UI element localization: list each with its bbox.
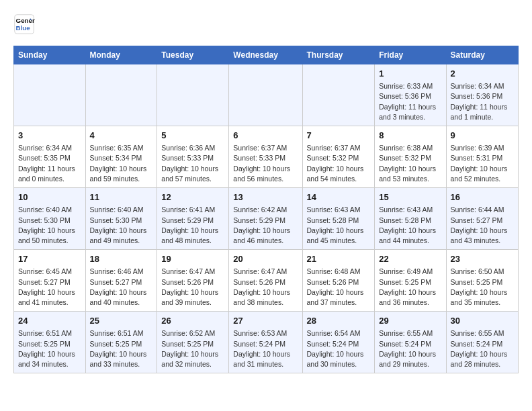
calendar-week-row: 24Sunrise: 6:51 AM Sunset: 5:25 PM Dayli… [14,312,519,373]
calendar-cell: 19Sunrise: 6:47 AM Sunset: 5:26 PM Dayli… [157,250,229,312]
calendar-cell: 1Sunrise: 6:33 AM Sunset: 5:36 PM Daylig… [375,64,446,126]
svg-text:Blue: Blue [16,24,31,32]
day-info: Sunrise: 6:34 AM Sunset: 5:36 PM Dayligh… [451,81,514,122]
calendar-cell: 16Sunrise: 6:44 AM Sunset: 5:27 PM Dayli… [446,188,518,250]
day-info: Sunrise: 6:33 AM Sunset: 5:36 PM Dayligh… [379,81,441,122]
calendar-cell: 28Sunrise: 6:54 AM Sunset: 5:24 PM Dayli… [302,312,375,373]
day-number: 7 [307,130,371,142]
day-info: Sunrise: 6:39 AM Sunset: 5:31 PM Dayligh… [451,143,514,184]
calendar-cell [229,64,302,126]
logo-icon: General Blue [13,13,35,35]
day-info: Sunrise: 6:52 AM Sunset: 5:25 PM Dayligh… [161,328,224,369]
day-info: Sunrise: 6:44 AM Sunset: 5:27 PM Dayligh… [451,205,514,246]
calendar-cell: 23Sunrise: 6:50 AM Sunset: 5:25 PM Dayli… [446,250,518,312]
calendar-cell: 4Sunrise: 6:35 AM Sunset: 5:34 PM Daylig… [85,126,157,188]
calendar-cell: 22Sunrise: 6:49 AM Sunset: 5:25 PM Dayli… [375,250,446,312]
day-number: 13 [233,191,298,203]
header-cell-sunday: Sunday [14,46,86,64]
day-number: 16 [451,191,514,203]
calendar-week-row: 1Sunrise: 6:33 AM Sunset: 5:36 PM Daylig… [14,64,519,126]
day-number: 30 [451,315,514,327]
day-info: Sunrise: 6:43 AM Sunset: 5:28 PM Dayligh… [379,205,441,246]
calendar-table: SundayMondayTuesdayWednesdayThursdayFrid… [13,46,519,373]
header-cell-saturday: Saturday [446,46,518,64]
day-info: Sunrise: 6:37 AM Sunset: 5:33 PM Dayligh… [233,143,298,184]
day-number: 5 [161,130,224,142]
calendar-cell [14,64,86,126]
calendar-cell [157,64,229,126]
calendar-week-row: 3Sunrise: 6:34 AM Sunset: 5:35 PM Daylig… [14,126,519,188]
calendar-week-row: 10Sunrise: 6:40 AM Sunset: 5:30 PM Dayli… [14,188,519,250]
day-info: Sunrise: 6:46 AM Sunset: 5:27 PM Dayligh… [90,267,153,308]
day-number: 1 [379,68,441,80]
day-number: 14 [307,191,371,203]
day-number: 3 [18,130,81,142]
calendar-cell: 20Sunrise: 6:47 AM Sunset: 5:26 PM Dayli… [229,250,302,312]
day-info: Sunrise: 6:47 AM Sunset: 5:26 PM Dayligh… [233,267,298,308]
calendar-cell: 26Sunrise: 6:52 AM Sunset: 5:25 PM Dayli… [157,312,229,373]
day-number: 22 [379,253,441,265]
day-info: Sunrise: 6:49 AM Sunset: 5:25 PM Dayligh… [379,267,441,308]
day-info: Sunrise: 6:41 AM Sunset: 5:29 PM Dayligh… [161,205,224,246]
day-number: 29 [379,315,441,327]
day-info: Sunrise: 6:53 AM Sunset: 5:24 PM Dayligh… [233,328,298,369]
header-cell-tuesday: Tuesday [157,46,229,64]
day-info: Sunrise: 6:36 AM Sunset: 5:33 PM Dayligh… [161,143,224,184]
day-number: 15 [379,191,441,203]
day-number: 23 [451,253,514,265]
calendar-cell: 7Sunrise: 6:37 AM Sunset: 5:32 PM Daylig… [302,126,375,188]
day-number: 12 [161,191,224,203]
day-info: Sunrise: 6:54 AM Sunset: 5:24 PM Dayligh… [307,328,371,369]
day-info: Sunrise: 6:40 AM Sunset: 5:30 PM Dayligh… [18,205,81,246]
day-info: Sunrise: 6:42 AM Sunset: 5:29 PM Dayligh… [233,205,298,246]
calendar-cell: 18Sunrise: 6:46 AM Sunset: 5:27 PM Dayli… [85,250,157,312]
calendar-cell: 3Sunrise: 6:34 AM Sunset: 5:35 PM Daylig… [14,126,86,188]
calendar-cell: 8Sunrise: 6:38 AM Sunset: 5:32 PM Daylig… [375,126,446,188]
calendar-cell: 10Sunrise: 6:40 AM Sunset: 5:30 PM Dayli… [14,188,86,250]
calendar-cell [302,64,375,126]
calendar-cell: 5Sunrise: 6:36 AM Sunset: 5:33 PM Daylig… [157,126,229,188]
day-number: 8 [379,130,441,142]
day-number: 6 [233,130,298,142]
day-info: Sunrise: 6:47 AM Sunset: 5:26 PM Dayligh… [161,267,224,308]
calendar-cell: 27Sunrise: 6:53 AM Sunset: 5:24 PM Dayli… [229,312,302,373]
day-number: 21 [307,253,371,265]
day-number: 2 [451,68,514,80]
day-info: Sunrise: 6:45 AM Sunset: 5:27 PM Dayligh… [18,267,81,308]
header-cell-thursday: Thursday [302,46,375,64]
day-number: 28 [307,315,371,327]
day-info: Sunrise: 6:35 AM Sunset: 5:34 PM Dayligh… [90,143,153,184]
calendar-header-row: SundayMondayTuesdayWednesdayThursdayFrid… [14,46,519,64]
header-cell-wednesday: Wednesday [229,46,302,64]
day-number: 19 [161,253,224,265]
day-info: Sunrise: 6:50 AM Sunset: 5:25 PM Dayligh… [451,267,514,308]
calendar-cell: 2Sunrise: 6:34 AM Sunset: 5:36 PM Daylig… [446,64,518,126]
day-number: 25 [90,315,153,327]
calendar-cell: 24Sunrise: 6:51 AM Sunset: 5:25 PM Dayli… [14,312,86,373]
header-cell-monday: Monday [85,46,157,64]
day-number: 24 [18,315,81,327]
day-number: 20 [233,253,298,265]
calendar-cell: 15Sunrise: 6:43 AM Sunset: 5:28 PM Dayli… [375,188,446,250]
day-info: Sunrise: 6:38 AM Sunset: 5:32 PM Dayligh… [379,143,441,184]
calendar-cell: 11Sunrise: 6:40 AM Sunset: 5:30 PM Dayli… [85,188,157,250]
day-number: 11 [90,191,153,203]
calendar-cell: 29Sunrise: 6:55 AM Sunset: 5:24 PM Dayli… [375,312,446,373]
day-info: Sunrise: 6:37 AM Sunset: 5:32 PM Dayligh… [307,143,371,184]
day-number: 4 [90,130,153,142]
day-info: Sunrise: 6:34 AM Sunset: 5:35 PM Dayligh… [18,143,81,184]
calendar-cell: 13Sunrise: 6:42 AM Sunset: 5:29 PM Dayli… [229,188,302,250]
calendar-week-row: 17Sunrise: 6:45 AM Sunset: 5:27 PM Dayli… [14,250,519,312]
day-number: 9 [451,130,514,142]
calendar-cell: 9Sunrise: 6:39 AM Sunset: 5:31 PM Daylig… [446,126,518,188]
day-number: 18 [90,253,153,265]
day-info: Sunrise: 6:40 AM Sunset: 5:30 PM Dayligh… [90,205,153,246]
day-number: 17 [18,253,81,265]
calendar-cell: 6Sunrise: 6:37 AM Sunset: 5:33 PM Daylig… [229,126,302,188]
calendar-cell: 12Sunrise: 6:41 AM Sunset: 5:29 PM Dayli… [157,188,229,250]
calendar-cell: 21Sunrise: 6:48 AM Sunset: 5:26 PM Dayli… [302,250,375,312]
calendar-cell [85,64,157,126]
day-info: Sunrise: 6:55 AM Sunset: 5:24 PM Dayligh… [451,328,514,369]
day-number: 10 [18,191,81,203]
calendar-cell: 25Sunrise: 6:51 AM Sunset: 5:25 PM Dayli… [85,312,157,373]
